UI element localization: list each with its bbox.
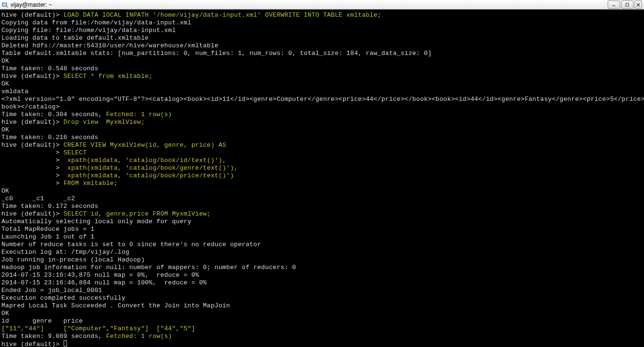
- term-line: OK: [1, 57, 9, 65]
- term-line: hive (default)>: [1, 119, 64, 126]
- term-line: >: [1, 164, 67, 172]
- maximize-button[interactable]: [621, 0, 633, 9]
- term-line: Time taken: 0.304 seconds,: [1, 111, 106, 118]
- term-line: Launching Job 1 out of 1: [1, 233, 94, 240]
- term-line: SELECT: [64, 149, 87, 156]
- term-line: >: [1, 149, 64, 156]
- term-line: ["11","44"] ["Computer","Fantasy"] ["44"…: [1, 325, 195, 332]
- term-line: hive (default)>: [1, 210, 64, 217]
- term-line: hive (default)>: [1, 341, 64, 347]
- term-line: Job running in-process (local Hadoop): [1, 256, 145, 263]
- term-line: OK: [1, 80, 9, 87]
- term-line: xmldata: [1, 88, 29, 95]
- term-line: hive (default)>: [1, 73, 64, 80]
- window-title: vijay@master: ~: [11, 1, 608, 8]
- term-line: Drop view MyxmlView;: [64, 119, 145, 126]
- close-button[interactable]: [634, 0, 642, 9]
- term-line: >: [1, 172, 67, 179]
- term-line: CREATE VIEW MyxmlView(id, genre, price) …: [64, 141, 226, 149]
- term-line: FROM xmltable;: [64, 180, 118, 187]
- term-line: xpath(xmldata, 'catalog/book/genre/text(…: [67, 164, 238, 172]
- term-line: Time taken: 0.216 seconds: [1, 134, 99, 141]
- term-line: Total MapReduce jobs = 1: [1, 226, 94, 233]
- term-line: Number of reduce tasks is set to 0 since…: [1, 241, 261, 248]
- svg-rect-3: [626, 3, 629, 6]
- term-line: Copying file: file:/home/vijay/data-inpu…: [1, 27, 176, 34]
- window-buttons: [608, 0, 642, 9]
- term-line: Execution completed successfully: [1, 294, 125, 302]
- term-line: xpath(xmldata, 'catalog/book/id/text()')…: [67, 157, 226, 164]
- term-line: OK: [1, 126, 9, 133]
- term-line: Execution log at: /tmp/vijay/.log: [1, 249, 129, 256]
- window-titlebar: vijay@master: ~: [0, 0, 644, 10]
- putty-icon: [2, 1, 9, 8]
- term-line: 2014-07-15 23:16:43,875 null map = 0%, r…: [1, 271, 199, 279]
- term-line: SELECT id, genre,price FROM MyxmlView;: [64, 210, 211, 217]
- term-line: 2014-07-15 23:16:46,884 null map = 100%,…: [1, 279, 207, 286]
- term-line: hive (default)>: [1, 11, 64, 19]
- term-line: book></catalog>: [1, 103, 60, 110]
- term-line: SELECT * from xmltable;: [64, 73, 153, 80]
- term-line: Fetched: 1 row(s): [106, 333, 172, 340]
- term-line: Hadoop job information for null: number …: [1, 264, 296, 271]
- term-line: Fetched: 1 row(s): [106, 111, 172, 118]
- minimize-button[interactable]: [608, 0, 620, 9]
- term-line: Time taken: 0.172 seconds: [1, 203, 99, 210]
- term-line: Deleted hdfs://master:54310/user/hive/wa…: [1, 42, 219, 49]
- term-line: Ended Job = job_local_0001: [1, 287, 102, 294]
- terminal-cursor: [64, 340, 67, 347]
- svg-rect-1: [3, 3, 6, 6]
- terminal-output[interactable]: hive (default)> LOAD DATA lOCAL INPATH '…: [0, 10, 644, 347]
- term-line: Table default.xmltable stats: [num_parti…: [1, 50, 432, 57]
- term-line: Time taken: 9.089 seconds,: [1, 333, 106, 340]
- term-line: Automatically selecting local only mode …: [1, 218, 191, 225]
- term-line: LOAD DATA lOCAL INPATH '/home/vijay/data…: [64, 11, 381, 19]
- term-line: <?xml version="1.0" encoding="UTF-8"?><c…: [1, 96, 644, 103]
- term-line: >: [1, 157, 67, 164]
- term-line: Mapred Local Task Succeeded . Convert th…: [1, 302, 230, 309]
- term-line: Time taken: 0.548 seconds: [1, 65, 99, 72]
- term-line: _c0 _c1 _c2: [1, 195, 75, 202]
- term-line: OK: [1, 310, 9, 317]
- term-line: id genre price: [1, 317, 83, 325]
- term-line: xpath(xmldata, 'catalog/book/price/text(…: [67, 172, 234, 179]
- term-line: Loading data to table default.xmltable: [1, 34, 149, 42]
- term-line: OK: [1, 187, 9, 195]
- term-line: hive (default)>: [1, 141, 64, 149]
- term-line: Copying data from file:/home/vijay/data-…: [1, 19, 191, 26]
- term-line: >: [1, 180, 64, 187]
